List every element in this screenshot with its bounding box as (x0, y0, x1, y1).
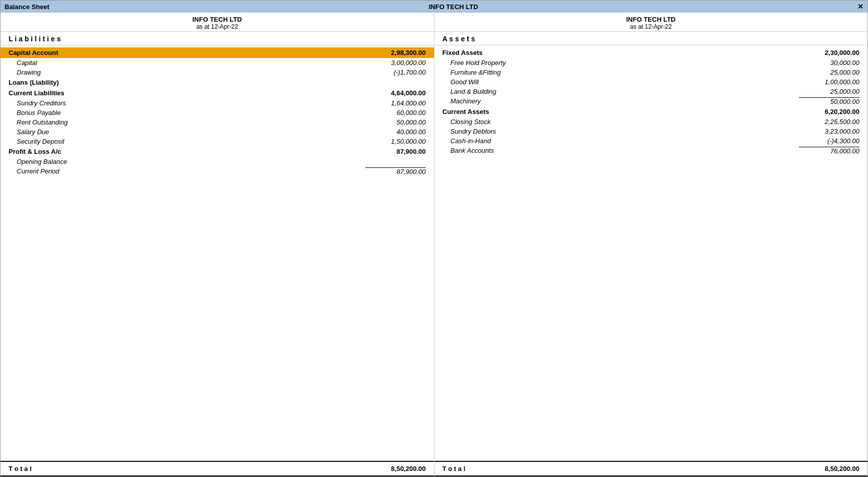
assets-company-name: INFO TECH LTD (437, 16, 866, 23)
content-area: INFO TECH LTD as at 12-Apr-22 L i a b i … (1, 13, 867, 476)
liabilities-date: as at 12-Apr-22 (3, 23, 432, 30)
current-liabilities-label: Current Liabilities (9, 89, 65, 97)
security-deposit-item: Security Deposit 1,50,000.00 (1, 137, 434, 146)
land-building-item: Land & Building 25,000.00 (435, 87, 868, 96)
current-liabilities-total: 4,64,000.00 (391, 89, 426, 97)
loans-liability-label: Loans (Liability) (1, 77, 434, 88)
liabilities-company-name: INFO TECH LTD (3, 16, 432, 23)
opening-balance-item: Opening Balance (1, 157, 434, 166)
window-title: INFO TECH LTD (49, 3, 857, 11)
opening-balance-label: Opening Balance (17, 158, 67, 165)
balance-sheet-columns: INFO TECH LTD as at 12-Apr-22 L i a b i … (1, 13, 867, 476)
assets-total-label: T o t a l (443, 465, 466, 472)
cash-in-hand-label: Cash-in-Hand (451, 137, 491, 145)
sundry-creditors-label: Sundry Creditors (17, 99, 66, 107)
assets-total-value: 8,50,200.00 (825, 465, 859, 472)
rent-outstanding-amount: 50,000.00 (365, 118, 426, 126)
closing-stock-label: Closing Stock (451, 118, 491, 126)
goodwill-item: Good Will 1,00,000.00 (435, 77, 868, 87)
liabilities-column: INFO TECH LTD as at 12-Apr-22 L i a b i … (1, 13, 435, 476)
main-window: Balance Sheet INFO TECH LTD ✕ INFO TECH … (0, 0, 868, 477)
cash-in-hand-amount: (-)4,300.00 (799, 137, 859, 145)
fixed-assets-header: Fixed Assets 2,30,000.00 (435, 47, 868, 58)
capital-account-label: Capital Account (9, 49, 58, 56)
salary-due-amount: 40,000.00 (365, 128, 426, 136)
fixed-assets-total: 2,30,000.00 (825, 49, 859, 56)
furniture-fitting-item: Furniture &Fitting 25,000.00 (435, 68, 868, 77)
profit-loss-label: Profit & Loss A/c (9, 148, 61, 155)
assets-body: Fixed Assets 2,30,000.00 Free Hold Prope… (435, 45, 868, 461)
freehold-property-amount: 30,000.00 (799, 59, 859, 67)
bonus-payable-item: Bonus Payable 60,000.00 (1, 108, 434, 117)
sundry-debtors-item: Sundry Debtors 3,23,000.00 (435, 127, 868, 136)
rent-outstanding-label: Rent Outstanding (17, 118, 68, 126)
furniture-fitting-label: Furniture &Fitting (451, 69, 501, 76)
assets-label: A s s e t s (435, 32, 868, 45)
current-liabilities-header: Current Liabilities 4,64,000.00 (1, 88, 434, 98)
capital-item: Capital 3,00,000.00 (1, 58, 434, 68)
drawing-label: Drawing (17, 69, 41, 76)
liabilities-header: INFO TECH LTD as at 12-Apr-22 (1, 13, 434, 32)
bonus-payable-amount: 60,000.00 (365, 109, 426, 116)
capital-label: Capital (17, 59, 37, 67)
profit-loss-header: Profit & Loss A/c 87,900.00 (1, 146, 434, 157)
freehold-property-label: Free Hold Property (451, 59, 506, 67)
assets-header: INFO TECH LTD as at 12-Apr-22 (435, 13, 868, 32)
sundry-creditors-amount: 1,64,000.00 (365, 99, 426, 107)
opening-balance-amount (365, 158, 426, 165)
liabilities-total-label: T o t a l (9, 465, 32, 472)
machinery-label: Machinery (451, 97, 481, 105)
security-deposit-amount: 1,50,000.00 (365, 138, 426, 145)
assets-column: INFO TECH LTD as at 12-Apr-22 A s s e t … (435, 13, 868, 476)
current-assets-label: Current Assets (443, 108, 490, 115)
title-bar: Balance Sheet INFO TECH LTD ✕ (1, 1, 867, 13)
liabilities-total-row: T o t a l 8,50,200.00 (1, 461, 434, 476)
assets-date: as at 12-Apr-22 (437, 23, 866, 30)
goodwill-amount: 1,00,000.00 (799, 78, 859, 86)
sundry-debtors-amount: 3,23,000.00 (799, 128, 859, 135)
sundry-debtors-label: Sundry Debtors (451, 128, 496, 135)
salary-due-item: Salary Due 40,000.00 (1, 127, 434, 137)
land-building-amount: 25,000.00 (799, 88, 859, 95)
capital-account-header: Capital Account 2,98,300.00 (1, 47, 434, 58)
closing-stock-item: Closing Stock 2,25,500.00 (435, 117, 868, 127)
liabilities-total-value: 8,50,200.00 (391, 465, 426, 472)
current-assets-total: 6,20,200.00 (825, 108, 859, 115)
rent-outstanding-item: Rent Outstanding 50,000.00 (1, 117, 434, 127)
furniture-fitting-amount: 25,000.00 (799, 69, 859, 76)
salary-due-label: Salary Due (17, 128, 49, 136)
drawing-item: Drawing (-)1,700.00 (1, 68, 434, 77)
assets-total-row: T o t a l 8,50,200.00 (435, 461, 868, 476)
freehold-property-item: Free Hold Property 30,000.00 (435, 58, 868, 68)
tab-label: Balance Sheet (5, 3, 49, 11)
machinery-item: Machinery 50,000.00 (435, 96, 868, 106)
machinery-amount: 50,000.00 (799, 97, 859, 105)
current-period-label: Current Period (17, 167, 60, 175)
bank-accounts-amount: 76,000.00 (799, 147, 859, 155)
close-button[interactable]: ✕ (857, 3, 863, 11)
liabilities-body: Capital Account 2,98,300.00 Capital 3,00… (1, 45, 434, 461)
bank-accounts-item: Bank Accounts 76,000.00 (435, 146, 868, 156)
cash-in-hand-item: Cash-in-Hand (-)4,300.00 (435, 136, 868, 146)
fixed-assets-label: Fixed Assets (443, 49, 483, 56)
land-building-label: Land & Building (451, 88, 497, 95)
capital-amount: 3,00,000.00 (365, 59, 426, 67)
drawing-amount: (-)1,700.00 (365, 69, 426, 76)
liabilities-label: L i a b i l i t i e s (1, 32, 434, 45)
sundry-creditors-item: Sundry Creditors 1,64,000.00 (1, 98, 434, 108)
capital-account-total: 2,98,300.00 (391, 49, 426, 56)
current-period-amount: 87,900.00 (365, 167, 426, 175)
security-deposit-label: Security Deposit (17, 138, 65, 145)
current-assets-header: Current Assets 6,20,200.00 (435, 106, 868, 117)
profit-loss-total: 87,900.00 (397, 148, 426, 155)
closing-stock-amount: 2,25,500.00 (799, 118, 859, 126)
current-period-item: Current Period 87,900.00 (1, 166, 434, 176)
bonus-payable-label: Bonus Payable (17, 109, 61, 116)
bank-accounts-label: Bank Accounts (451, 147, 494, 155)
goodwill-label: Good Will (451, 78, 479, 86)
